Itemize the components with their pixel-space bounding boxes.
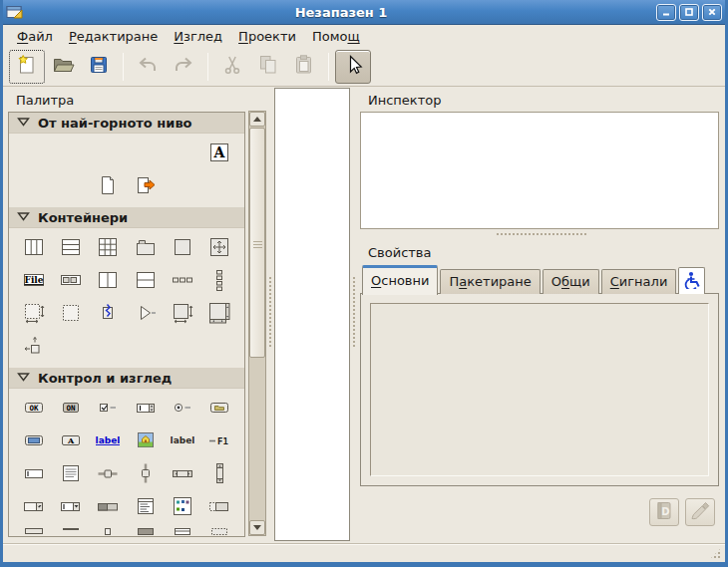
palette-item-handle-box[interactable] (90, 298, 127, 331)
selector-button[interactable] (335, 50, 371, 84)
palette-item-font-selection-dialog[interactable]: A (201, 138, 238, 170)
palette-item-file-chooser-save-dialog[interactable] (127, 170, 164, 203)
palette-item-link-button[interactable]: label (90, 425, 127, 458)
expander-open-icon (16, 209, 31, 225)
inspector-view[interactable] (360, 112, 719, 229)
palette-item-recent-chooser-dialog[interactable] (164, 170, 200, 203)
tab-signals[interactable]: Сигнали (601, 269, 677, 294)
palette-item-dialog[interactable] (52, 138, 89, 170)
palette-item-color-selection-dialog[interactable] (127, 138, 164, 170)
tab-common[interactable]: Общи (543, 269, 599, 294)
inspector-title: Инспектор (360, 87, 723, 112)
palette-scrollbar[interactable] (248, 111, 266, 536)
palette-item-text-view[interactable] (52, 458, 89, 491)
palette-item-file-selection-dialog[interactable] (164, 138, 200, 170)
new-button[interactable] (9, 50, 45, 84)
palette-item-vbox[interactable] (52, 232, 89, 265)
palette-section-header[interactable]: Контейнери (9, 207, 244, 228)
palette-item-file-chooser-button[interactable] (201, 393, 238, 425)
palette-item-vbuttonbox[interactable] (201, 265, 238, 298)
palette-item-frame[interactable] (164, 232, 200, 265)
palette-item-file-chooser-dialog[interactable] (52, 170, 89, 203)
paned-handle-left[interactable] (266, 87, 274, 544)
palette-item-vscrollbar[interactable] (201, 458, 238, 491)
expander-open-icon (16, 370, 31, 386)
menu-item-projects[interactable]: Проекти (230, 27, 304, 46)
palette-item-menubar[interactable]: File (15, 265, 52, 298)
alignment-icon (22, 334, 46, 361)
palette-item-hseparator[interactable] (52, 524, 89, 537)
palette-item-calendar[interactable] (164, 524, 200, 537)
tab-general[interactable]: Основни (362, 265, 438, 295)
svg-text:ON: ON (66, 404, 76, 413)
inspector-properties-splitter[interactable] (360, 229, 723, 239)
palette-item-statusbar[interactable] (15, 524, 52, 537)
menu-item-file[interactable]: Файл (9, 27, 61, 46)
scroll-down-button[interactable] (249, 520, 265, 535)
palette-item-hbox[interactable] (15, 232, 52, 265)
palette-item-message-dialog[interactable] (90, 138, 127, 170)
widget-tree-area[interactable] (274, 88, 350, 541)
minimize-button[interactable] (656, 4, 676, 21)
palette-item-input-dialog[interactable] (15, 170, 52, 203)
palette-item-hpaned[interactable] (90, 265, 127, 298)
palette-item-hscrollbar[interactable] (164, 458, 200, 491)
palette-grid: File (9, 228, 244, 368)
palette-item-assistant[interactable] (201, 170, 238, 203)
paste-icon (292, 53, 316, 80)
palette-item-entry[interactable] (15, 458, 52, 491)
palette-item-expander[interactable] (127, 298, 164, 331)
maximize-button[interactable] (679, 4, 699, 21)
scroll-up-button[interactable] (249, 112, 265, 127)
menu-item-help[interactable]: Помощ (304, 27, 368, 46)
palette-item-viewport[interactable] (52, 298, 89, 331)
tab-accessibility[interactable] (678, 267, 705, 294)
palette-item-radio-button[interactable] (164, 393, 200, 425)
palette-section-header[interactable]: От най-горното ниво (9, 113, 244, 134)
palette-item-hbuttonbox[interactable] (164, 265, 200, 298)
palette-item-drawing-area[interactable] (127, 524, 164, 537)
menubar-icon: File (22, 268, 46, 295)
paned-handle-right[interactable] (350, 87, 360, 544)
palette-item-cell-view[interactable] (201, 491, 238, 524)
palette-item-fixed[interactable] (201, 232, 238, 265)
palette-item-vscale[interactable] (127, 458, 164, 491)
palette-item-combo-box-entry[interactable] (52, 491, 89, 524)
palette-item-color-button[interactable] (15, 425, 52, 458)
palette-item-button[interactable]: OK (15, 393, 52, 425)
save-button[interactable] (81, 50, 117, 84)
palette-item-label[interactable]: label (164, 425, 200, 458)
palette-item-toggle-button[interactable]: ON (52, 393, 89, 425)
titlebar[interactable]: Незапазен 1 (3, 0, 725, 25)
palette-item-spin-button[interactable] (127, 393, 164, 425)
palette-item-notebook[interactable] (127, 232, 164, 265)
palette-item-font-button[interactable]: A (52, 425, 89, 458)
scrollbar-thumb[interactable] (249, 128, 265, 358)
menu-item-view[interactable]: Изглед (166, 27, 230, 46)
palette-item-window[interactable] (15, 138, 52, 170)
palette-item-table[interactable] (90, 232, 127, 265)
palette-item-about-dialog[interactable] (90, 170, 127, 203)
palette-section-header[interactable]: Контрол и изглед (9, 368, 244, 389)
palette-item-accel-label[interactable]: F1 (201, 425, 238, 458)
palette-item-toolbar[interactable] (52, 265, 89, 298)
palette-item-layout[interactable] (201, 298, 238, 331)
palette-item-tree-view[interactable] (127, 491, 164, 524)
palette-item-progress-bar[interactable] (90, 491, 127, 524)
palette-item-vseparator[interactable] (90, 524, 127, 537)
close-button[interactable] (702, 4, 722, 21)
tab-packing[interactable]: Пакетиране (440, 269, 540, 294)
palette-item-icon-view[interactable] (164, 491, 200, 524)
palette-item-image[interactable] (127, 425, 164, 458)
palette-item-check-button[interactable] (90, 393, 127, 425)
resize-grip[interactable] (709, 547, 722, 560)
palette-item-event-box[interactable] (201, 524, 238, 537)
open-button[interactable] (45, 50, 81, 84)
palette-item-vpaned[interactable] (127, 265, 164, 298)
palette-item-scrolled-window[interactable] (15, 298, 52, 331)
palette-item-hscale[interactable] (90, 458, 127, 491)
palette-item-combo-box[interactable] (15, 491, 52, 524)
palette-item-aspect-frame[interactable] (164, 298, 200, 331)
palette-item-alignment[interactable] (15, 331, 52, 364)
menu-item-edit[interactable]: Редактиране (61, 27, 166, 46)
